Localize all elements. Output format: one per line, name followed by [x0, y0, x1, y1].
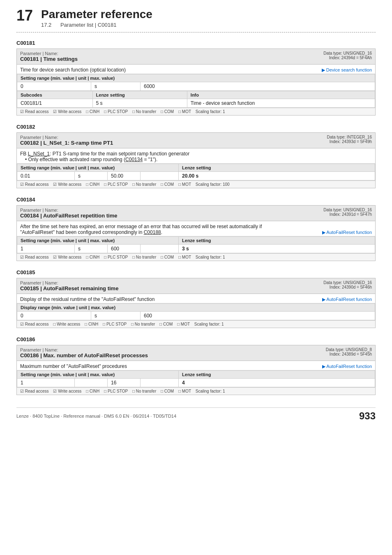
cb-no-transfer: No transfer	[132, 109, 156, 114]
cb-cinh: CINH	[86, 389, 99, 393]
param-datatype-c00182: Data type: INTEGER_16 Index: 24393d = 5F…	[327, 135, 372, 144]
cb-no-transfer: No transfer	[131, 322, 155, 326]
anchor-c00184: C00184	[16, 197, 376, 203]
range-table-c00182: Setting range (min. value | unit | max. …	[17, 164, 375, 180]
cb-mot: MOT	[177, 322, 190, 326]
anchor-c00181: C00181	[16, 40, 376, 46]
range-table-c00184: Setting range (min. value | unit | max. …	[17, 236, 375, 253]
param-label-c00184: Parameter | Name:	[20, 208, 118, 213]
scaling-factor-c00182: Scaling factor: 100	[196, 182, 230, 187]
subcodes-col-info: Info	[187, 91, 375, 99]
footer-row-c00186: Read access Write access CINH PLC STOP N…	[17, 387, 375, 395]
page-number: 933	[359, 410, 376, 422]
param-desc-c00186: Maximum number of "AutoFailReset" proced…	[17, 361, 375, 370]
footer-row-c00185: Read access Write access CINH PLC STOP N…	[17, 320, 375, 328]
param-link-c00181[interactable]: Device search function	[322, 67, 372, 73]
param-name-c00184: C00184 | AutoFailReset repetition time	[20, 213, 118, 219]
cb-no-transfer: No transfer	[132, 389, 156, 393]
param-card-c00186: Parameter | Name: C00186 | Max. number o…	[16, 345, 376, 395]
range-min-c00186: 1	[17, 378, 75, 387]
cb-plc-stop: PLC STOP	[104, 255, 128, 259]
scaling-factor-c00185: Scaling factor: 1	[194, 322, 224, 326]
param-datatype-c00181: Data type: UNSIGNED_16 Index: 24394d = 5…	[323, 51, 372, 60]
range-min-c00182: 0.01	[17, 171, 75, 180]
chapter-number: 17	[16, 8, 33, 23]
cb-read-access: Read access	[20, 255, 49, 259]
range-max-c00181: 6000	[141, 82, 375, 90]
cb-mot: MOT	[178, 255, 191, 259]
cb-mot: MOT	[178, 109, 191, 114]
param-name-c00185: C00185 | AutoFailReset remaining time	[20, 285, 118, 291]
param-label-c00181: Parameter | Name:	[20, 51, 78, 56]
range-label-c00185: Display range (min. value | unit | max. …	[17, 303, 375, 311]
footer-row-c00184: Read access Write access CINH PLC STOP N…	[17, 253, 375, 261]
scaling-factor-c00184: Scaling factor: 1	[196, 255, 225, 259]
subcodes-table-c00181: Subcodes Lenze setting Info C00181/1 5 s…	[17, 91, 375, 108]
range-max-c00182: 50.00	[108, 171, 141, 180]
range-unit-c00182: s	[75, 171, 108, 180]
param-card-c00184: Parameter | Name: C00184 | AutoFailReset…	[16, 205, 376, 261]
cb-cinh: CINH	[86, 109, 99, 114]
cb-write-access: Write access	[53, 322, 80, 326]
param-card-header-c00185: Parameter | Name: C00185 | AutoFailReset…	[17, 278, 375, 294]
cb-write-access: Write access	[53, 255, 81, 259]
param-datatype-c00185: Data type: UNSIGNED_16 Index: 24390d = 5…	[323, 280, 372, 289]
cb-cinh: CINH	[86, 182, 99, 187]
cb-no-transfer: No transfer	[132, 255, 156, 259]
range-max-c00186: 16	[108, 378, 141, 387]
param-desc-c00184: After the time set here has expired, an …	[17, 221, 375, 236]
param-datatype-c00186: Data type: UNSIGNED_8 Index: 24389d = 5F…	[326, 347, 372, 356]
range-table-c00185: Display range (min. value | unit | max. …	[17, 303, 375, 320]
cb-cinh: CINH	[85, 322, 98, 326]
range-min-c00185: 0	[17, 311, 91, 320]
chapter-title: Parameter reference	[41, 8, 152, 21]
chapter-subtitle: 17.2 Parameter list | C00181	[41, 22, 152, 28]
param-card-header-c00186: Parameter | Name: C00186 | Max. number o…	[17, 345, 375, 361]
param-label-c00182: Parameter | Name:	[20, 135, 113, 140]
cb-com: COM	[159, 322, 173, 326]
anchor-c00182: C00182	[16, 124, 376, 130]
cb-no-transfer: No transfer	[132, 182, 156, 187]
range-min-c00184: 1	[17, 244, 75, 253]
param-desc-c00181: Time for device search function (optical…	[17, 65, 375, 74]
cb-write-access: Write access	[53, 109, 81, 114]
cb-cinh: CINH	[86, 255, 99, 259]
anchor-c00185: C00185	[16, 269, 376, 275]
cb-com: COM	[161, 109, 174, 114]
subcode-info: Time - device search function	[187, 99, 375, 107]
footer-row-c00182: Read access Write access CINH PLC STOP N…	[17, 180, 375, 188]
range-unit-c00185: s	[91, 311, 141, 320]
param-link-c00185[interactable]: AutoFailReset function	[322, 297, 372, 302]
param-name-c00182: C00182 | L_NSet_1: S-ramp time PT1	[20, 140, 113, 146]
range-unit-c00184: s	[75, 244, 108, 253]
cb-write-access: Write access	[53, 182, 81, 187]
cb-read-access: Read access	[20, 389, 49, 393]
cb-mot: MOT	[178, 389, 191, 393]
page-footer: Lenze · 8400 TopLine · Reference manual …	[16, 407, 376, 422]
param-card-header-c00182: Parameter | Name: C00182 | L_NSet_1: S-r…	[17, 133, 375, 148]
cb-read-access: Read access	[20, 182, 49, 187]
range-unit-c00186	[75, 378, 108, 387]
lenze-setting-c00186: 4	[179, 378, 375, 387]
subcodes-col-lenze: Lenze setting	[92, 91, 187, 99]
param-desc-c00182: FB L_NSet_1: PT1 S-ramp time for the mai…	[17, 148, 375, 164]
scaling-factor-c00186: Scaling factor: 1	[196, 389, 225, 393]
subcode-row-c00181-1: C00181/1 5 s Time - device search functi…	[17, 99, 375, 107]
lenze-setting-c00184: 3 s	[179, 244, 375, 253]
anchor-c00186: C00186	[16, 336, 376, 342]
cb-write-access: Write access	[53, 389, 81, 393]
param-card-header-c00184: Parameter | Name: C00184 | AutoFailReset…	[17, 206, 375, 221]
param-link-c00186[interactable]: AutoFailReset function	[322, 364, 372, 369]
cb-plc-stop: PLC STOP	[104, 182, 128, 187]
cb-com: COM	[161, 389, 174, 393]
cb-plc-stop: PLC STOP	[104, 389, 128, 393]
param-label-c00185: Parameter | Name:	[20, 280, 118, 285]
range-unit-c00181: s	[91, 82, 141, 90]
footer-row-c00181: Read access Write access CINH PLC STOP N…	[17, 108, 375, 115]
param-card-c00185: Parameter | Name: C00185 | AutoFailReset…	[16, 278, 376, 328]
param-link-c00184[interactable]: AutoFailReset function	[322, 230, 372, 235]
subcode-code: C00181/1	[17, 99, 93, 107]
subcodes-col-code: Subcodes	[17, 91, 93, 99]
param-name-c00181: C00181 | Time settings	[20, 56, 78, 62]
lenze-setting-c00182: 20.00 s	[179, 171, 375, 180]
